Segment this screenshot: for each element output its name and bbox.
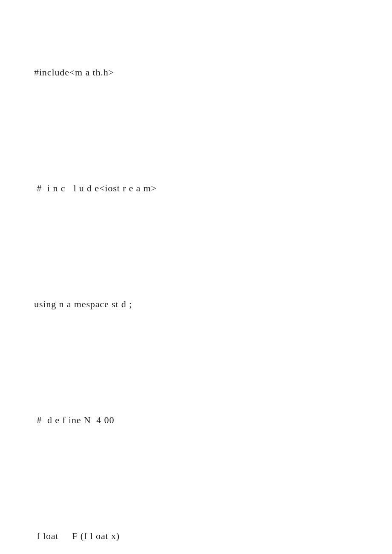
- code-line-blank-2: [34, 237, 358, 256]
- code-line-4: # d e f ine N 4 00: [34, 411, 358, 430]
- code-line-blank-4: [34, 469, 358, 488]
- code-line-3: using n a mespace st d ;: [34, 295, 358, 314]
- code-line-1: #include<m a th.h>: [34, 63, 358, 82]
- code-line-5: f loat F (f l oat x): [34, 527, 358, 545]
- code-line-blank-3: [34, 353, 358, 372]
- code-line-blank-1: [34, 121, 358, 140]
- code-display: #include<m a th.h> # i n c l u d e<iost …: [34, 26, 358, 554]
- code-line-2: # i n c l u d e<iost r e a m>: [34, 179, 358, 198]
